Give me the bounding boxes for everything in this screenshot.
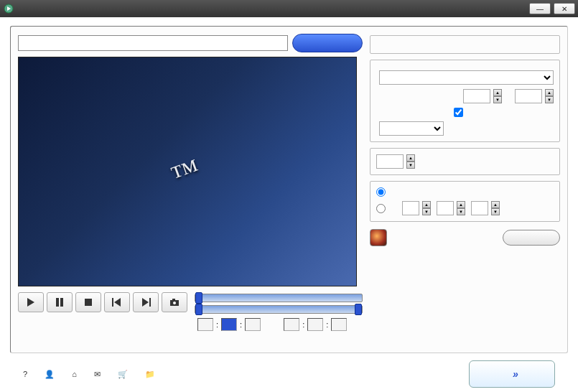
width-input[interactable] — [463, 89, 490, 103]
help-link[interactable]: ? — [23, 370, 30, 378]
chevrons-right-icon: » — [513, 368, 516, 380]
output-option-group: ▲▼ ▲▼ ▲▼ — [370, 181, 560, 222]
minimize-button[interactable]: — — [529, 3, 551, 14]
start-hh[interactable] — [197, 318, 213, 331]
svg-rect-7 — [172, 299, 175, 301]
resize-group: ▲▼ ▲▼ — [370, 60, 560, 142]
svg-point-8 — [173, 302, 176, 304]
end-hh[interactable] — [284, 318, 299, 331]
rate-spinner[interactable]: ▲▼ — [406, 154, 415, 169]
general-radio[interactable] — [376, 187, 386, 197]
close-button[interactable]: ✕ — [554, 3, 575, 14]
stop-button[interactable] — [75, 292, 101, 312]
start-ss[interactable] — [245, 318, 261, 331]
filepath-input[interactable] — [18, 35, 288, 51]
snapshot-button[interactable] — [162, 292, 187, 312]
app-icon — [3, 3, 14, 14]
video-preview: ™ — [18, 57, 357, 286]
mail-icon: ✉ — [94, 370, 101, 379]
range-slider[interactable] — [195, 305, 363, 314]
height-input[interactable] — [515, 89, 542, 103]
svg-rect-2 — [60, 298, 63, 307]
effect-swatch-icon — [370, 229, 387, 246]
space-input[interactable] — [471, 201, 488, 215]
prev-button[interactable] — [104, 292, 130, 312]
effects-button[interactable] — [503, 230, 560, 246]
height-spinner[interactable]: ▲▼ — [545, 89, 554, 103]
person-icon: 👤 — [45, 370, 55, 379]
help-icon: ? — [23, 370, 27, 378]
home-link[interactable]: ⌂ — [72, 370, 80, 378]
pause-button[interactable] — [47, 292, 73, 312]
load-video-button[interactable] — [292, 34, 363, 52]
next-step-button[interactable]: » — [469, 360, 555, 388]
row-spinner[interactable]: ▲▼ — [422, 201, 431, 215]
start-mm[interactable] — [221, 318, 237, 331]
email-link[interactable]: ✉ — [94, 370, 103, 379]
about-link[interactable]: 👤 — [45, 370, 57, 379]
col-input[interactable] — [437, 201, 454, 215]
end-mm[interactable] — [307, 318, 323, 331]
interp-select[interactable] — [379, 121, 444, 136]
home-icon: ⌂ — [72, 370, 77, 378]
buy-link[interactable]: 🛒 — [118, 370, 131, 379]
output-size-select[interactable] — [379, 70, 554, 85]
output-rate-group: ▲▼ — [370, 148, 560, 175]
main-panel: ™ : : — [10, 26, 568, 353]
constrain-checkbox[interactable] — [454, 108, 463, 117]
svg-rect-4 — [112, 298, 113, 307]
space-spinner[interactable]: ▲▼ — [491, 201, 500, 215]
cart-icon: 🛒 — [118, 370, 128, 379]
width-spinner[interactable]: ▲▼ — [493, 89, 502, 103]
rate-input[interactable] — [376, 154, 404, 169]
titlebar: — ✕ — [0, 0, 578, 17]
svg-rect-5 — [149, 298, 151, 307]
bottom-bar: ? 👤 ⌂ ✉ 🛒 📁 » — [10, 353, 568, 388]
video-info-group — [370, 35, 560, 54]
svg-rect-1 — [56, 298, 59, 307]
progress-slider[interactable] — [195, 294, 363, 302]
next-button[interactable] — [133, 292, 159, 312]
svg-rect-3 — [85, 299, 92, 306]
tvwall-radio[interactable] — [376, 204, 386, 213]
col-spinner[interactable]: ▲▼ — [457, 201, 465, 215]
end-ss[interactable] — [331, 318, 347, 331]
open-link[interactable]: 📁 — [145, 370, 155, 379]
folder-icon: 📁 — [145, 370, 155, 379]
play-button[interactable] — [18, 292, 44, 312]
row-input[interactable] — [402, 201, 419, 215]
